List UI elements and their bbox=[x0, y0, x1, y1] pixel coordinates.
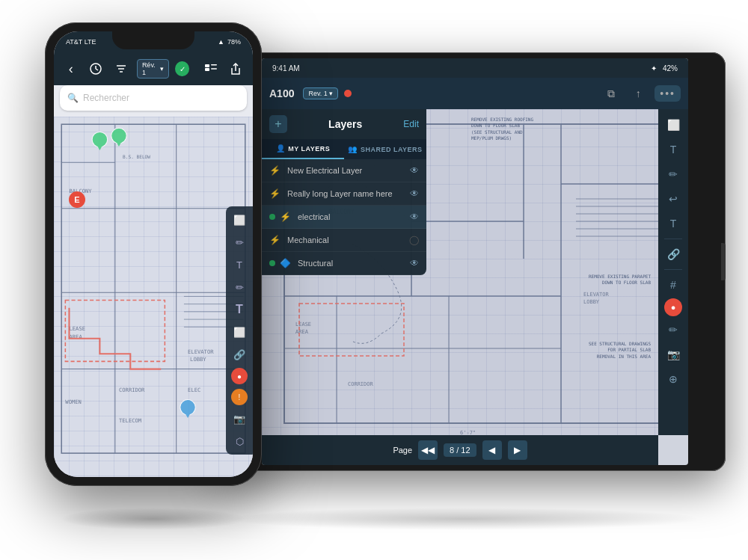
phone-tool-pen[interactable]: ✏ bbox=[228, 232, 251, 253]
shared-layers-icon: 👥 bbox=[348, 145, 358, 153]
page-number: 8 / 12 bbox=[444, 443, 476, 457]
phone-tool-camera[interactable]: 📷 bbox=[228, 408, 251, 429]
phone-alert-button[interactable]: ! bbox=[231, 389, 248, 405]
layer-icon-0: ⚡ bbox=[269, 165, 283, 176]
layer-item[interactable]: ⚡ Mechanical ◯ bbox=[262, 229, 426, 252]
phone-tool-link[interactable]: 🔗 bbox=[228, 344, 251, 365]
page-nav-first[interactable]: ◀◀ bbox=[418, 440, 438, 460]
svg-rect-35 bbox=[205, 68, 209, 71]
tablet-more-button[interactable]: ••• bbox=[654, 85, 681, 102]
tablet-bluetooth-icon: ✦ bbox=[651, 64, 657, 73]
phone-blueprint-area: BALCONY B.S. BELOW LEASE AREA CORRIDOR E… bbox=[54, 117, 253, 477]
tablet-toolbar-edit[interactable]: ✏ bbox=[661, 319, 685, 341]
phone-list-button[interactable] bbox=[201, 58, 221, 79]
tablet-right-toolbar: ⬜ T ✏ ↩ T 🔗 # ● ✏ 📷 ⊕ bbox=[658, 109, 688, 435]
page-navigator: Page ◀◀ 8 / 12 ◀ ▶ bbox=[262, 435, 658, 465]
phone-tool-T2[interactable]: T bbox=[228, 299, 251, 320]
layer-visibility-2[interactable]: 👁 bbox=[410, 212, 419, 222]
phone-share-button[interactable] bbox=[226, 58, 245, 79]
layer-color-dot-4 bbox=[269, 260, 275, 266]
layers-add-button[interactable]: + bbox=[269, 115, 287, 133]
phone-tool-layers[interactable]: ⬡ bbox=[228, 431, 251, 452]
tablet-toolbar-hash[interactable]: # bbox=[661, 274, 685, 296]
layer-color-dot-2 bbox=[269, 214, 275, 220]
svg-text:LEASE: LEASE bbox=[295, 321, 311, 327]
svg-rect-34 bbox=[211, 64, 217, 66]
phone-right-toolbar: ⬜ ✏ T ✏ T ⬜ 🔗 ● ! 📷 ⬡ bbox=[226, 206, 253, 455]
tablet-toolbar-text2[interactable]: T bbox=[661, 212, 685, 235]
layer-visibility-4[interactable]: 👁 bbox=[410, 258, 419, 268]
layer-icon-2: ⚡ bbox=[280, 212, 293, 222]
layer-visibility-0[interactable]: 👁 bbox=[410, 165, 419, 176]
svg-rect-36 bbox=[211, 68, 217, 70]
my-layers-icon: 👤 bbox=[276, 144, 286, 153]
phone-tool-eraser[interactable]: ✏ bbox=[228, 277, 251, 298]
layer-visibility-1[interactable]: 👁 bbox=[410, 188, 419, 199]
phone-tool-select[interactable]: ⬜ bbox=[228, 209, 251, 230]
tablet-share-button[interactable]: ↑ bbox=[628, 83, 649, 104]
layer-name-4: Structural bbox=[298, 259, 405, 268]
my-layers-label: MY LAYERS bbox=[288, 145, 330, 153]
layer-icon-1: ⚡ bbox=[269, 188, 283, 199]
page-nav-next[interactable]: ▶ bbox=[508, 440, 527, 460]
layer-item[interactable]: ⚡ New Electrical Layer 👁 bbox=[262, 159, 426, 182]
phone-screen: AT&T LTE ▲ 78% ‹ bbox=[54, 31, 253, 477]
phone-body: AT&T LTE ▲ 78% ‹ bbox=[45, 22, 262, 486]
tablet-power-button[interactable] bbox=[721, 243, 726, 280]
layers-panel-title: Layers bbox=[287, 118, 403, 130]
svg-text:6'-7": 6'-7" bbox=[460, 430, 476, 435]
svg-text:ELEVATOR: ELEVATOR bbox=[583, 292, 610, 298]
svg-text:CORRIDOR: CORRIDOR bbox=[119, 387, 145, 393]
tablet-toolbar-undo[interactable]: ↩ bbox=[661, 188, 685, 210]
phone-revision-badge[interactable]: Rév. 1 ▾ bbox=[137, 59, 170, 79]
page-nav-prev[interactable]: ◀ bbox=[482, 440, 502, 460]
phone-search-bar[interactable]: 🔍 Rechercher bbox=[60, 85, 247, 111]
phone-back-button[interactable]: ‹ bbox=[61, 58, 81, 79]
phone-record-button[interactable]: ● bbox=[231, 368, 248, 384]
phone-clock-button[interactable] bbox=[87, 58, 106, 79]
layer-icon-4: 🔷 bbox=[280, 258, 293, 268]
tablet-toolbar-text[interactable]: T bbox=[661, 138, 685, 161]
layer-visibility-3[interactable]: ◯ bbox=[409, 235, 419, 245]
phone-arrow-icon: ▲ bbox=[218, 38, 224, 46]
phone-carrier: AT&T LTE bbox=[66, 38, 96, 46]
layer-item[interactable]: ⚡ Really long Layer name here 👁 bbox=[262, 182, 426, 206]
svg-text:LOBBY: LOBBY bbox=[190, 356, 206, 363]
phone-tool-select2[interactable]: ⬜ bbox=[228, 321, 251, 342]
layer-name-3: Mechanical bbox=[287, 236, 405, 244]
tablet-toolbar-select[interactable]: ⬜ bbox=[661, 114, 685, 136]
layer-item-active[interactable]: ⚡ electrical 👁 bbox=[262, 206, 426, 229]
e-location-marker: E bbox=[69, 191, 85, 208]
tablet-status-dot bbox=[344, 90, 352, 97]
tablet-toolbar-camera[interactable]: 📷 bbox=[661, 343, 685, 366]
phone-filter-button[interactable] bbox=[111, 58, 131, 79]
tablet-toolbar: A100 Rev. 1 ▾ ⧉ ↑ ••• bbox=[262, 78, 688, 109]
layers-edit-button[interactable]: Edit bbox=[403, 119, 419, 129]
tablet-revision-badge[interactable]: Rev. 1 ▾ bbox=[303, 87, 337, 99]
toolbar-divider bbox=[664, 239, 682, 239]
svg-text:LOBBY: LOBBY bbox=[583, 299, 600, 305]
tab-shared-layers[interactable]: 👥 SHARED LAYERS bbox=[344, 139, 426, 159]
shared-layers-label: SHARED LAYERS bbox=[361, 146, 423, 153]
search-icon: 🔍 bbox=[67, 93, 79, 103]
layer-name-0: New Electrical Layer bbox=[287, 166, 405, 175]
tablet-toolbar-link[interactable]: 🔗 bbox=[661, 243, 685, 265]
layer-item[interactable]: 🔷 Structural 👁 bbox=[262, 252, 426, 275]
tablet-toolbar-pen[interactable]: ✏ bbox=[661, 163, 685, 185]
tablet-status-bar: 9:41 AM ✦ 42% bbox=[262, 58, 688, 78]
tablet-toolbar-globe[interactable]: ⊕ bbox=[661, 368, 685, 390]
tablet-toolbar-record[interactable]: ● bbox=[664, 298, 682, 316]
layer-icon-3: ⚡ bbox=[269, 235, 283, 245]
svg-text:CORRIDOR: CORRIDOR bbox=[348, 381, 374, 387]
tablet-shadow bbox=[224, 508, 703, 530]
tablet-copy-button[interactable]: ⧉ bbox=[601, 83, 622, 104]
phone-sync-indicator: ✓ bbox=[175, 61, 188, 76]
tablet-battery: 42% bbox=[663, 64, 678, 73]
search-placeholder: Rechercher bbox=[83, 93, 129, 103]
svg-text:ELEC: ELEC bbox=[188, 387, 200, 393]
tab-my-layers[interactable]: 👤 MY LAYERS bbox=[262, 139, 344, 159]
phone-tool-text[interactable]: T bbox=[228, 254, 251, 275]
svg-text:ELEVATOR: ELEVATOR bbox=[188, 348, 214, 355]
phone-battery: 78% bbox=[227, 38, 241, 46]
svg-rect-33 bbox=[205, 64, 209, 67]
